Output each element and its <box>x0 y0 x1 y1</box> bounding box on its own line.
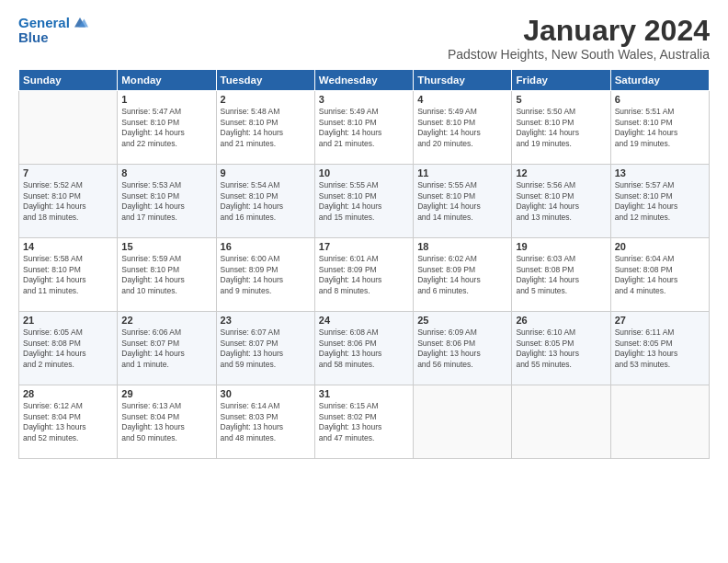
day-info: Sunrise: 5:51 AM Sunset: 8:10 PM Dayligh… <box>615 107 705 149</box>
day-number: 9 <box>221 167 311 178</box>
week-row-2: 7Sunrise: 5:52 AM Sunset: 8:10 PM Daylig… <box>19 165 710 238</box>
day-number: 6 <box>615 94 705 105</box>
day-info: Sunrise: 5:52 AM Sunset: 8:10 PM Dayligh… <box>23 180 113 223</box>
day-number: 5 <box>516 94 606 105</box>
day-cell: 30Sunrise: 6:14 AM Sunset: 8:03 PM Dayli… <box>216 385 314 459</box>
day-cell: 24Sunrise: 6:08 AM Sunset: 8:06 PM Dayli… <box>314 312 413 385</box>
day-cell: 4Sunrise: 5:49 AM Sunset: 8:10 PM Daylig… <box>414 91 512 165</box>
day-number: 19 <box>516 241 606 252</box>
page: General Blue January 2024 Padstow Height… <box>0 0 728 563</box>
day-cell: 19Sunrise: 6:03 AM Sunset: 8:08 PM Dayli… <box>512 238 610 312</box>
day-cell: 9Sunrise: 5:54 AM Sunset: 8:10 PM Daylig… <box>216 165 314 238</box>
day-cell: 17Sunrise: 6:01 AM Sunset: 8:09 PM Dayli… <box>314 238 413 312</box>
title-block: January 2024 Padstow Heights, New South … <box>448 15 710 62</box>
day-number: 29 <box>121 388 211 399</box>
day-cell: 28Sunrise: 6:12 AM Sunset: 8:04 PM Dayli… <box>19 385 118 459</box>
calendar-subtitle: Padstow Heights, New South Wales, Austra… <box>448 47 710 62</box>
day-info: Sunrise: 5:48 AM Sunset: 8:10 PM Dayligh… <box>221 107 311 149</box>
day-cell: 15Sunrise: 5:59 AM Sunset: 8:10 PM Dayli… <box>118 238 216 312</box>
day-number: 23 <box>221 315 311 326</box>
day-number: 26 <box>516 315 606 326</box>
day-info: Sunrise: 6:02 AM Sunset: 8:09 PM Dayligh… <box>417 254 507 296</box>
day-info: Sunrise: 6:06 AM Sunset: 8:07 PM Dayligh… <box>121 327 211 370</box>
day-number: 12 <box>516 167 606 178</box>
day-info: Sunrise: 6:00 AM Sunset: 8:09 PM Dayligh… <box>221 254 311 296</box>
logo-line2: Blue <box>18 29 88 46</box>
logo: General Blue <box>18 15 88 46</box>
week-row-1: 1Sunrise: 5:47 AM Sunset: 8:10 PM Daylig… <box>19 91 710 165</box>
day-number: 22 <box>121 315 211 326</box>
day-cell <box>19 91 118 165</box>
day-number: 2 <box>221 94 311 105</box>
day-number: 15 <box>121 241 211 252</box>
day-cell <box>512 385 610 459</box>
day-cell: 12Sunrise: 5:56 AM Sunset: 8:10 PM Dayli… <box>512 165 610 238</box>
day-number: 3 <box>319 94 409 105</box>
day-number: 7 <box>23 167 113 178</box>
day-cell: 6Sunrise: 5:51 AM Sunset: 8:10 PM Daylig… <box>610 91 709 165</box>
day-info: Sunrise: 6:08 AM Sunset: 8:06 PM Dayligh… <box>319 327 409 370</box>
day-cell: 8Sunrise: 5:53 AM Sunset: 8:10 PM Daylig… <box>118 165 216 238</box>
day-cell <box>414 385 512 459</box>
day-cell: 23Sunrise: 6:07 AM Sunset: 8:07 PM Dayli… <box>216 312 314 385</box>
day-number: 11 <box>417 167 507 178</box>
day-info: Sunrise: 5:55 AM Sunset: 8:10 PM Dayligh… <box>417 180 507 223</box>
week-row-4: 21Sunrise: 6:05 AM Sunset: 8:08 PM Dayli… <box>19 312 710 385</box>
day-info: Sunrise: 5:57 AM Sunset: 8:10 PM Dayligh… <box>615 180 705 223</box>
day-info: Sunrise: 6:04 AM Sunset: 8:08 PM Dayligh… <box>615 254 705 296</box>
day-cell: 16Sunrise: 6:00 AM Sunset: 8:09 PM Dayli… <box>216 238 314 312</box>
day-cell: 7Sunrise: 5:52 AM Sunset: 8:10 PM Daylig… <box>19 165 118 238</box>
day-number: 8 <box>121 167 211 178</box>
col-wednesday: Wednesday <box>314 70 413 91</box>
day-number: 28 <box>23 388 113 399</box>
day-info: Sunrise: 5:50 AM Sunset: 8:10 PM Dayligh… <box>516 107 606 149</box>
day-info: Sunrise: 6:05 AM Sunset: 8:08 PM Dayligh… <box>23 327 113 370</box>
col-saturday: Saturday <box>610 70 709 91</box>
col-friday: Friday <box>512 70 610 91</box>
calendar-table: Sunday Monday Tuesday Wednesday Thursday… <box>18 69 710 459</box>
day-number: 16 <box>221 241 311 252</box>
day-info: Sunrise: 5:54 AM Sunset: 8:10 PM Dayligh… <box>221 180 311 223</box>
day-info: Sunrise: 5:56 AM Sunset: 8:10 PM Dayligh… <box>516 180 606 223</box>
day-info: Sunrise: 6:10 AM Sunset: 8:05 PM Dayligh… <box>516 327 606 370</box>
day-info: Sunrise: 5:49 AM Sunset: 8:10 PM Dayligh… <box>417 107 507 149</box>
day-cell: 2Sunrise: 5:48 AM Sunset: 8:10 PM Daylig… <box>216 91 314 165</box>
day-number: 4 <box>417 94 507 105</box>
day-info: Sunrise: 6:07 AM Sunset: 8:07 PM Dayligh… <box>221 327 311 370</box>
day-info: Sunrise: 6:09 AM Sunset: 8:06 PM Dayligh… <box>417 327 507 370</box>
day-info: Sunrise: 5:55 AM Sunset: 8:10 PM Dayligh… <box>319 180 409 223</box>
day-cell: 5Sunrise: 5:50 AM Sunset: 8:10 PM Daylig… <box>512 91 610 165</box>
day-info: Sunrise: 5:49 AM Sunset: 8:10 PM Dayligh… <box>319 107 409 149</box>
col-tuesday: Tuesday <box>216 70 314 91</box>
logo-icon <box>72 15 88 31</box>
day-number: 31 <box>319 388 409 399</box>
header-row: Sunday Monday Tuesday Wednesday Thursday… <box>19 70 710 91</box>
day-cell: 1Sunrise: 5:47 AM Sunset: 8:10 PM Daylig… <box>118 91 216 165</box>
week-row-5: 28Sunrise: 6:12 AM Sunset: 8:04 PM Dayli… <box>19 385 710 459</box>
day-cell: 22Sunrise: 6:06 AM Sunset: 8:07 PM Dayli… <box>118 312 216 385</box>
col-monday: Monday <box>118 70 216 91</box>
day-number: 21 <box>23 315 113 326</box>
day-info: Sunrise: 5:47 AM Sunset: 8:10 PM Dayligh… <box>121 107 211 149</box>
day-cell: 27Sunrise: 6:11 AM Sunset: 8:05 PM Dayli… <box>610 312 709 385</box>
day-info: Sunrise: 5:58 AM Sunset: 8:10 PM Dayligh… <box>23 254 113 296</box>
day-info: Sunrise: 6:11 AM Sunset: 8:05 PM Dayligh… <box>615 327 705 370</box>
calendar-title: January 2024 <box>448 15 710 47</box>
day-cell: 13Sunrise: 5:57 AM Sunset: 8:10 PM Dayli… <box>610 165 709 238</box>
day-cell: 3Sunrise: 5:49 AM Sunset: 8:10 PM Daylig… <box>314 91 413 165</box>
day-number: 25 <box>417 315 507 326</box>
day-number: 20 <box>615 241 705 252</box>
header: General Blue January 2024 Padstow Height… <box>18 15 710 62</box>
day-number: 18 <box>417 241 507 252</box>
day-cell: 14Sunrise: 5:58 AM Sunset: 8:10 PM Dayli… <box>19 238 118 312</box>
day-info: Sunrise: 6:01 AM Sunset: 8:09 PM Dayligh… <box>319 254 409 296</box>
day-cell: 21Sunrise: 6:05 AM Sunset: 8:08 PM Dayli… <box>19 312 118 385</box>
day-number: 10 <box>319 167 409 178</box>
day-number: 14 <box>23 241 113 252</box>
col-thursday: Thursday <box>414 70 512 91</box>
day-info: Sunrise: 6:14 AM Sunset: 8:03 PM Dayligh… <box>221 401 311 443</box>
day-info: Sunrise: 5:53 AM Sunset: 8:10 PM Dayligh… <box>121 180 211 223</box>
day-number: 1 <box>121 94 211 105</box>
day-number: 13 <box>615 167 705 178</box>
day-info: Sunrise: 5:59 AM Sunset: 8:10 PM Dayligh… <box>121 254 211 296</box>
